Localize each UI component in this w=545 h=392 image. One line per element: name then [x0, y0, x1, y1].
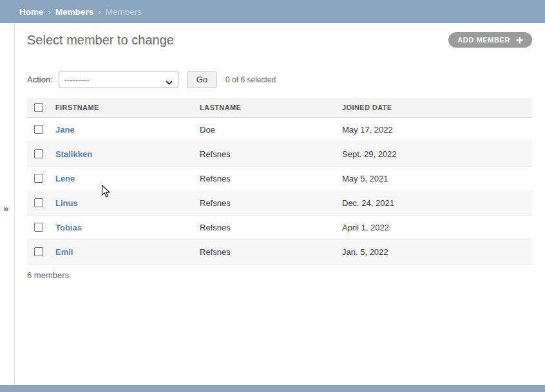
member-joined-date: May 5, 2021: [342, 166, 532, 191]
member-joined-date: Jan. 5, 2022: [342, 239, 532, 264]
members-table-body: Jane Doe May 17, 2022 Stalikken Refsnes …: [27, 117, 532, 264]
add-member-button[interactable]: ADD MEMBER: [448, 32, 532, 48]
table-row: Linus Refsnes Dec. 24, 2021: [27, 191, 532, 215]
breadcrumb-members-link[interactable]: Members: [55, 7, 93, 17]
member-joined-date: Sept. 29, 2022: [342, 142, 532, 166]
member-lastname: Doe: [200, 117, 342, 142]
collapsed-sidebar-rail: »: [0, 23, 15, 385]
member-firstname-link[interactable]: Jane: [55, 125, 75, 135]
member-firstname-link[interactable]: Linus: [55, 198, 78, 208]
row-checkbox[interactable]: [34, 223, 43, 232]
member-firstname-link[interactable]: Stalikken: [55, 149, 92, 159]
table-row: Stalikken Refsnes Sept. 29, 2022: [27, 142, 532, 166]
member-joined-date: April 1, 2022: [342, 215, 532, 239]
member-firstname-link[interactable]: Lene: [55, 174, 75, 183]
table-row: Lene Refsnes May 5, 2021: [27, 166, 532, 191]
member-lastname: Refsnes: [200, 142, 342, 166]
table-row: Emil Refsnes Jan. 5, 2022: [27, 239, 532, 264]
member-firstname-link[interactable]: Tobias: [55, 223, 82, 232]
page-title: Select member to change: [27, 32, 174, 48]
member-lastname: Refsnes: [200, 191, 342, 215]
members-table: FIRSTNAME LASTNAME JOINED DATE Jane Doe …: [27, 98, 532, 265]
selection-status: 0 of 6 selected: [225, 75, 276, 84]
row-checkbox[interactable]: [34, 149, 43, 158]
member-joined-date: May 17, 2022: [342, 117, 532, 142]
row-checkbox[interactable]: [34, 174, 43, 183]
select-all-checkbox[interactable]: [34, 103, 43, 112]
go-button[interactable]: Go: [187, 71, 217, 88]
add-member-button-label: ADD MEMBER: [457, 36, 510, 44]
member-lastname: Refsnes: [200, 166, 342, 191]
column-header-firstname[interactable]: FIRSTNAME: [55, 98, 200, 117]
row-checkbox[interactable]: [34, 247, 43, 256]
row-checkbox[interactable]: [34, 198, 43, 207]
member-count: 6 members: [27, 265, 532, 286]
breadcrumb: Home › Members › Members: [0, 0, 545, 23]
column-header-joined-date[interactable]: JOINED DATE: [342, 98, 532, 117]
member-lastname: Refsnes: [200, 215, 342, 239]
breadcrumb-separator: ›: [98, 7, 101, 17]
member-firstname-link[interactable]: Emil: [55, 247, 73, 257]
row-checkbox[interactable]: [34, 125, 43, 134]
bottom-bar: [0, 385, 545, 392]
column-header-lastname[interactable]: LASTNAME: [200, 98, 342, 117]
table-row: Jane Doe May 17, 2022: [27, 117, 532, 142]
actions-bar: Action: --------- Go 0 of 6 selected: [27, 71, 532, 88]
breadcrumb-current: Members: [106, 7, 142, 17]
main-content: Select member to change ADD MEMBER Actio…: [15, 32, 545, 286]
sidebar-expand-toggle-icon[interactable]: »: [3, 203, 8, 213]
action-select[interactable]: ---------: [59, 71, 178, 88]
breadcrumb-separator: ›: [48, 7, 52, 17]
plus-icon: [516, 37, 523, 44]
member-lastname: Refsnes: [200, 239, 342, 264]
breadcrumb-home-link[interactable]: Home: [19, 7, 44, 17]
member-joined-date: Dec. 24, 2021: [342, 191, 532, 215]
table-row: Tobias Refsnes April 1, 2022: [27, 215, 532, 239]
action-label: Action:: [27, 75, 53, 84]
table-header-row: FIRSTNAME LASTNAME JOINED DATE: [27, 98, 532, 117]
